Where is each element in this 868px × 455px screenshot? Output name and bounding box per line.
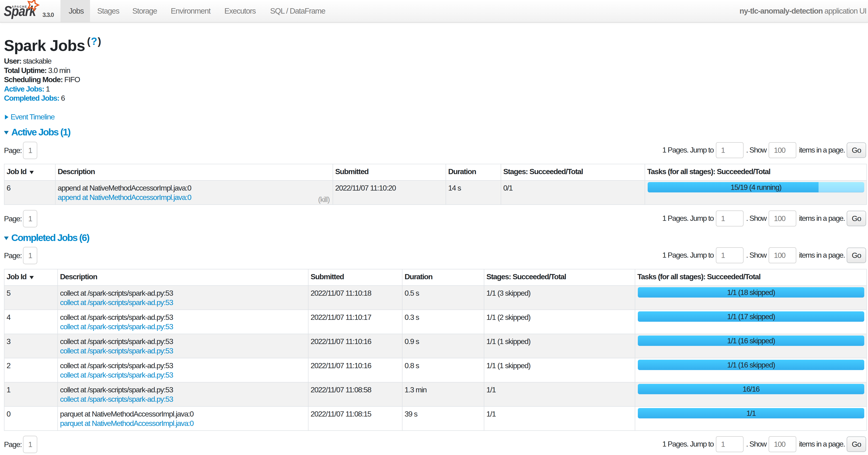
svg-text:Spark: Spark <box>4 3 37 19</box>
